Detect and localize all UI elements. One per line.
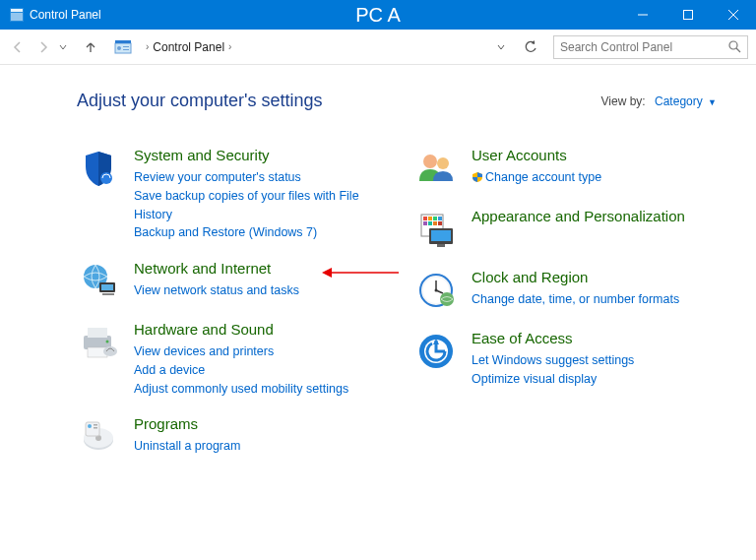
link-mobility-settings[interactable]: Adjust commonly used mobility settings — [134, 380, 348, 399]
svg-rect-36 — [428, 217, 432, 220]
svg-point-29 — [88, 424, 92, 428]
svg-rect-10 — [123, 46, 129, 47]
link-backup-restore[interactable]: Backup and Restore (Windows 7) — [134, 223, 379, 242]
svg-line-13 — [736, 48, 740, 52]
shield-icon — [77, 147, 120, 190]
svg-rect-38 — [438, 217, 442, 220]
link-change-account-type[interactable]: Change account type — [485, 170, 601, 184]
category-title[interactable]: Appearance and Personalization — [472, 208, 685, 225]
category-system-security: System and Security Review your computer… — [77, 147, 379, 242]
forward-button[interactable] — [33, 37, 53, 57]
breadcrumb[interactable]: › Control Panel › — [142, 34, 514, 60]
svg-point-50 — [435, 289, 438, 292]
svg-point-12 — [729, 41, 737, 49]
viewby-value[interactable]: Category — [655, 94, 703, 108]
uac-shield-icon — [472, 171, 483, 183]
maximize-button[interactable] — [665, 0, 711, 30]
ease-of-access-icon — [414, 330, 458, 373]
refresh-button[interactable] — [520, 40, 541, 54]
page-title: Adjust your computer's settings — [77, 91, 323, 111]
location-icon — [114, 39, 132, 55]
category-title[interactable]: Ease of Access — [472, 330, 573, 347]
minimize-button[interactable] — [620, 0, 665, 30]
up-button[interactable] — [81, 37, 100, 57]
svg-rect-41 — [433, 221, 437, 225]
category-hardware-sound: Hardware and Sound View devices and prin… — [77, 321, 379, 398]
breadcrumb-item[interactable]: Control Panel — [153, 40, 224, 54]
link-review-status[interactable]: Review your computer's status — [134, 168, 379, 187]
svg-rect-44 — [431, 230, 451, 241]
svg-point-9 — [117, 46, 121, 50]
content: Adjust your computer's settings View by:… — [0, 65, 756, 486]
category-clock-region: Clock and Region Change date, time, or n… — [414, 269, 717, 312]
link-network-status[interactable]: View network status and tasks — [134, 281, 299, 300]
svg-point-32 — [423, 155, 437, 168]
svg-rect-21 — [88, 328, 107, 338]
chevron-right-icon: › — [228, 41, 231, 52]
link-suggest-settings[interactable]: Let Windows suggest settings — [472, 351, 634, 370]
svg-rect-17 — [101, 284, 113, 290]
svg-rect-11 — [123, 49, 129, 50]
category-ease-of-access: Ease of Access Let Windows suggest setti… — [414, 330, 717, 389]
svg-point-23 — [106, 341, 109, 343]
annotation-arrow-icon — [322, 266, 399, 280]
svg-rect-4 — [684, 11, 693, 20]
search-icon — [728, 40, 741, 53]
back-button[interactable] — [8, 37, 28, 57]
link-file-history[interactable]: Save backup copies of your files with Fi… — [134, 187, 379, 224]
caret-down-icon[interactable]: ▼ — [708, 97, 717, 107]
chevron-right-icon: › — [146, 41, 149, 52]
right-column: User Accounts Change account type Appear… — [414, 147, 717, 476]
clock-icon — [414, 269, 458, 312]
svg-rect-42 — [438, 221, 442, 225]
category-network-internet: Network and Internet View network status… — [77, 260, 379, 303]
svg-point-33 — [437, 157, 449, 169]
link-add-device[interactable]: Add a device — [134, 361, 348, 380]
svg-rect-18 — [102, 293, 114, 295]
svg-rect-35 — [423, 217, 427, 220]
link-date-time-formats[interactable]: Change date, time, or number formats — [472, 290, 679, 309]
svg-rect-30 — [94, 424, 97, 426]
recent-locations-button[interactable] — [59, 43, 67, 51]
link-optimize-display[interactable]: Optimize visual display — [472, 370, 634, 389]
svg-rect-31 — [94, 427, 97, 429]
viewby: View by: Category ▼ — [601, 94, 717, 108]
category-title[interactable]: Hardware and Sound — [134, 321, 274, 339]
svg-rect-2 — [11, 13, 23, 21]
svg-point-51 — [440, 292, 454, 306]
svg-rect-37 — [433, 217, 437, 220]
svg-rect-1 — [11, 9, 23, 12]
category-user-accounts: User Accounts Change account type — [414, 147, 717, 190]
user-accounts-icon — [414, 147, 458, 190]
appearance-icon — [414, 208, 458, 251]
svg-rect-45 — [437, 244, 445, 247]
viewby-label: View by: — [601, 94, 646, 108]
category-title[interactable]: Programs — [134, 415, 198, 433]
control-panel-icon — [10, 8, 24, 22]
link-devices-printers[interactable]: View devices and printers — [134, 342, 348, 361]
svg-rect-8 — [115, 40, 131, 43]
link-uninstall[interactable]: Uninstall a program — [134, 437, 240, 456]
left-column: System and Security Review your computer… — [77, 147, 379, 476]
titlebar: Control Panel PC A — [0, 0, 756, 30]
category-title[interactable]: User Accounts — [472, 147, 567, 164]
programs-icon — [77, 415, 120, 459]
globe-network-icon — [77, 260, 120, 303]
category-title[interactable]: System and Security — [134, 147, 270, 164]
printer-icon — [77, 321, 120, 364]
app-title: Control Panel — [30, 8, 101, 22]
address-dropdown[interactable] — [496, 42, 506, 52]
category-title[interactable]: Network and Internet — [134, 260, 271, 278]
search-input[interactable]: Search Control Panel — [553, 35, 748, 59]
svg-rect-39 — [423, 221, 427, 225]
close-button[interactable] — [711, 0, 756, 30]
category-appearance: Appearance and Personalization — [414, 208, 717, 251]
navbar: › Control Panel › Search Control Panel — [0, 30, 756, 65]
category-programs: Programs Uninstall a program — [77, 415, 379, 459]
category-title[interactable]: Clock and Region — [472, 269, 588, 286]
search-placeholder: Search Control Panel — [560, 40, 672, 54]
svg-rect-40 — [428, 221, 432, 225]
